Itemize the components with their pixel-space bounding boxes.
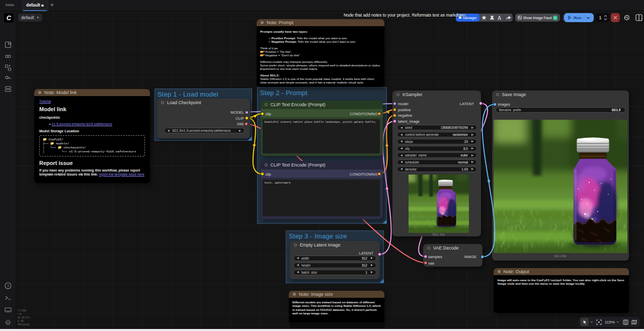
svg-text:?: ?: [7, 284, 10, 288]
